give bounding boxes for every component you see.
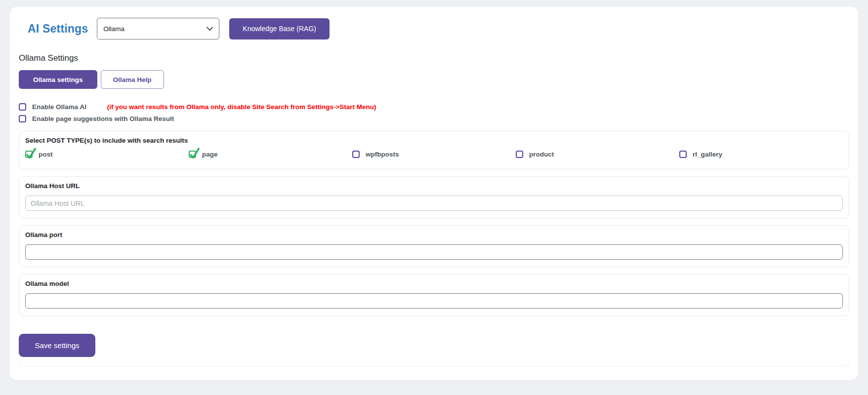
post-type-item: product bbox=[516, 151, 679, 158]
post-types-box: Select POST TYPE(s) to include with sear… bbox=[19, 131, 849, 169]
ollama-model-box: Ollama model bbox=[19, 274, 849, 316]
post-type-checkbox[interactable] bbox=[352, 151, 360, 158]
ollama-model-input[interactable] bbox=[25, 293, 843, 309]
enable-suggestions-row: Enable page suggestions with Ollama Resu… bbox=[19, 114, 849, 124]
post-type-item: page bbox=[189, 151, 352, 158]
page-title: AI Settings bbox=[28, 22, 88, 36]
section-heading: Ollama Settings bbox=[19, 53, 849, 63]
provider-select[interactable]: Ollama bbox=[97, 18, 219, 40]
tab-bar: Ollama settings Ollama Help bbox=[19, 70, 849, 89]
post-types-title: Select POST TYPE(s) to include with sear… bbox=[25, 137, 843, 144]
enable-ollama-label: Enable Ollama AI bbox=[32, 103, 86, 111]
knowledge-base-button[interactable]: Knowledge Base (RAG) bbox=[229, 18, 330, 40]
post-type-label: wpfbposts bbox=[366, 151, 399, 158]
post-type-label: page bbox=[202, 151, 218, 158]
post-type-label: post bbox=[39, 151, 53, 158]
enable-suggestions-checkbox[interactable] bbox=[19, 115, 26, 122]
post-type-list: post page wpfbposts product bbox=[25, 151, 843, 158]
post-type-item: post bbox=[25, 151, 189, 158]
enable-ollama-checkbox[interactable] bbox=[19, 103, 26, 111]
provider-select-wrap: Ollama bbox=[97, 18, 219, 40]
tab-ollama-settings[interactable]: Ollama settings bbox=[19, 70, 97, 89]
ollama-only-note: (if you want results from Ollama only, d… bbox=[107, 103, 376, 111]
header-row: AI Settings Ollama Knowledge Base (RAG) bbox=[19, 18, 849, 40]
ollama-host-label: Ollama Host URL bbox=[25, 182, 843, 190]
post-type-checkbox[interactable] bbox=[25, 151, 33, 158]
inner-panel-bottom-edge bbox=[19, 360, 849, 366]
post-type-checkbox[interactable] bbox=[679, 151, 687, 158]
ollama-model-label: Ollama model bbox=[25, 280, 843, 287]
ollama-port-box: Ollama port bbox=[19, 225, 849, 267]
ollama-host-box: Ollama Host URL bbox=[19, 176, 849, 218]
tab-ollama-help[interactable]: Ollama Help bbox=[101, 70, 164, 89]
ollama-host-input[interactable] bbox=[25, 196, 843, 211]
post-type-label: rl_gallery bbox=[693, 151, 722, 158]
enable-ollama-row: Enable Ollama AI (if you want results fr… bbox=[19, 102, 849, 112]
enable-suggestions-label: Enable page suggestions with Ollama Resu… bbox=[32, 115, 174, 122]
settings-card: AI Settings Ollama Knowledge Base (RAG) … bbox=[10, 7, 858, 380]
post-type-item: wpfbposts bbox=[352, 151, 516, 158]
ollama-port-input[interactable] bbox=[25, 244, 843, 260]
post-type-label: product bbox=[529, 151, 554, 158]
post-type-checkbox[interactable] bbox=[189, 151, 196, 158]
ollama-port-label: Ollama port bbox=[25, 231, 843, 238]
post-type-checkbox[interactable] bbox=[516, 151, 523, 158]
save-settings-button[interactable]: Save settings bbox=[19, 334, 95, 357]
toggle-rows: Enable Ollama AI (if you want results fr… bbox=[19, 102, 849, 124]
post-type-item: rl_gallery bbox=[679, 151, 843, 158]
